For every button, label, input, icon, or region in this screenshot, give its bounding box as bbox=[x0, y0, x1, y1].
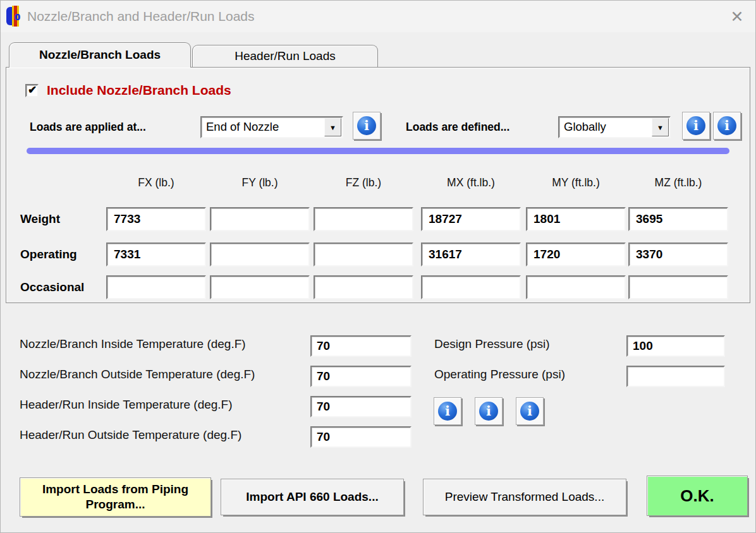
weight-mx-input[interactable] bbox=[421, 207, 521, 231]
row-label-weight: Weight bbox=[20, 212, 106, 226]
nozzle-branch-loads-panel: ✔ Include Nozzle/Branch Loads Loads are … bbox=[6, 67, 750, 303]
column-header-mx: MX (ft.lb.) bbox=[421, 176, 521, 189]
titlebar: 0 Nozzle/Branch and Header/Run Loads ✕ bbox=[1, 1, 756, 32]
app-icon-blue-shape bbox=[6, 7, 12, 25]
operating-fx-input[interactable] bbox=[106, 243, 206, 266]
weight-my-input[interactable] bbox=[526, 207, 626, 231]
info-icon: i bbox=[520, 402, 539, 421]
nozzle-inside-temp-label: Nozzle/Branch Inside Temperature (deg.F) bbox=[20, 337, 246, 351]
window-title: Nozzle/Branch and Header/Run Loads bbox=[27, 1, 255, 32]
weight-fz-input[interactable] bbox=[314, 207, 413, 231]
defined-info-button-1[interactable]: i bbox=[682, 112, 710, 140]
design-pressure-input[interactable] bbox=[626, 335, 725, 357]
operating-pressure-label: Operating Pressure (psi) bbox=[434, 368, 565, 381]
applied-at-value: End of Nozzle bbox=[206, 120, 279, 134]
purple-divider bbox=[27, 148, 729, 154]
info-icon: i bbox=[717, 116, 736, 135]
defined-label: Loads are defined... bbox=[406, 121, 509, 134]
header-inside-temp-input[interactable] bbox=[310, 396, 412, 417]
info-icon: i bbox=[686, 116, 705, 135]
weight-fx-input[interactable] bbox=[106, 207, 206, 231]
header-inside-temp-label: Header/Run Inside Temperature (deg.F) bbox=[20, 398, 233, 412]
defined-select[interactable]: Globally ▼ bbox=[558, 116, 671, 138]
applied-at-info-button[interactable]: i bbox=[353, 112, 381, 140]
header-outside-temp-label: Header/Run Outside Temperature (deg.F) bbox=[20, 428, 241, 442]
design-pressure-label: Design Pressure (psi) bbox=[434, 337, 550, 351]
app-icon-zero-glyph: 0 bbox=[15, 11, 20, 22]
include-loads-label: Include Nozzle/Branch Loads bbox=[47, 83, 231, 98]
tab-header-run-loads[interactable]: Header/Run Loads bbox=[192, 45, 378, 67]
operating-my-input[interactable] bbox=[526, 243, 626, 266]
info-icon: i bbox=[479, 402, 498, 421]
column-header-fz: FZ (lb.) bbox=[314, 176, 413, 189]
nozzle-inside-temp-input[interactable] bbox=[310, 335, 412, 357]
column-header-fy: FY (lb.) bbox=[210, 176, 310, 189]
column-header-my: MY (ft.lb.) bbox=[526, 176, 626, 189]
operating-fz-input[interactable] bbox=[314, 243, 413, 266]
close-icon[interactable]: ✕ bbox=[726, 6, 748, 27]
tab-nozzle-branch-loads[interactable]: Nozzle/Branch Loads bbox=[9, 42, 191, 68]
app-icon: 0 bbox=[6, 6, 23, 27]
row-label-occasional: Occasional bbox=[20, 280, 106, 294]
occasional-mx-input[interactable] bbox=[421, 275, 521, 299]
nozzle-outside-temp-input[interactable] bbox=[310, 366, 412, 387]
temperature-info-button-2[interactable]: i bbox=[475, 397, 503, 425]
column-header-mz: MZ (ft.lb.) bbox=[628, 176, 728, 189]
occasional-fx-input[interactable] bbox=[106, 275, 206, 299]
occasional-my-input[interactable] bbox=[526, 275, 626, 299]
occasional-mz-input[interactable] bbox=[628, 275, 728, 299]
occasional-fy-input[interactable] bbox=[210, 275, 310, 299]
header-outside-temp-input[interactable] bbox=[310, 426, 412, 448]
operating-mz-input[interactable] bbox=[628, 243, 728, 266]
occasional-fz-input[interactable] bbox=[314, 275, 413, 299]
weight-mz-input[interactable] bbox=[628, 207, 728, 231]
applied-at-select[interactable]: End of Nozzle ▼ bbox=[200, 116, 343, 138]
chevron-down-icon[interactable]: ▼ bbox=[652, 118, 669, 136]
dialog-window: 0 Nozzle/Branch and Header/Run Loads ✕ N… bbox=[0, 0, 756, 533]
defined-info-button-2[interactable]: i bbox=[713, 112, 741, 140]
nozzle-outside-temp-label: Nozzle/Branch Outside Temperature (deg.F… bbox=[20, 368, 255, 381]
weight-fy-input[interactable] bbox=[210, 207, 310, 231]
checkmark-icon: ✔ bbox=[28, 83, 37, 97]
operating-fy-input[interactable] bbox=[210, 243, 310, 266]
operating-pressure-input[interactable] bbox=[626, 366, 725, 387]
ok-button[interactable]: O.K. bbox=[647, 476, 748, 516]
applied-at-label: Loads are applied at... bbox=[30, 121, 146, 134]
info-icon: i bbox=[357, 116, 376, 135]
import-api-660-loads-button[interactable]: Import API 660 Loads... bbox=[221, 479, 404, 515]
defined-value: Globally bbox=[564, 120, 606, 134]
row-label-operating: Operating bbox=[20, 248, 106, 261]
temperature-info-button-3[interactable]: i bbox=[516, 397, 544, 425]
import-loads-from-piping-button[interactable]: Import Loads from Piping Program... bbox=[20, 477, 211, 517]
column-header-fx: FX (lb.) bbox=[106, 176, 206, 189]
chevron-down-icon[interactable]: ▼ bbox=[324, 118, 341, 136]
include-loads-checkbox[interactable]: ✔ bbox=[25, 84, 39, 97]
info-icon: i bbox=[438, 402, 457, 421]
operating-mx-input[interactable] bbox=[421, 243, 521, 266]
preview-transformed-loads-button[interactable]: Preview Transformed Loads... bbox=[423, 479, 626, 515]
temperature-info-button-1[interactable]: i bbox=[434, 397, 461, 425]
